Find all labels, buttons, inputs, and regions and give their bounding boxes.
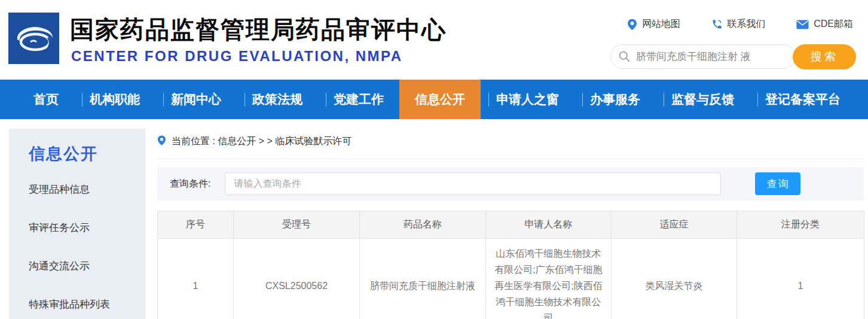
mail-icon bbox=[796, 20, 809, 29]
query-bar: 查询条件: 查询 bbox=[157, 167, 864, 200]
site-search-button[interactable]: 搜索 bbox=[793, 44, 856, 69]
nav-item-applicant-window[interactable]: 申请人之窗 bbox=[481, 80, 574, 119]
search-bar: 搜索 bbox=[610, 44, 856, 69]
sidebar-item-review-tasks[interactable]: 审评任务公示 bbox=[29, 221, 145, 235]
sitemap-link[interactable]: 网站地图 bbox=[627, 18, 680, 31]
cell-applicant: 山东佰鸿干细胞生物技术有限公司;广东佰鸿干细胞再生医学有限公司;陕西佰鸿干细胞生… bbox=[486, 239, 612, 319]
header-applicant: 申请人名称 bbox=[486, 211, 612, 239]
site-title: 国家药品监督管理局药品审评中心 bbox=[70, 13, 447, 46]
sitemap-label: 网站地图 bbox=[642, 18, 680, 31]
cell-registration-class: 1 bbox=[737, 239, 864, 319]
nav-item-policies[interactable]: 政策法规 bbox=[237, 80, 318, 119]
sidebar: 信息公开 受理品种信息 审评任务公示 沟通交流公示 特殊审批品种列表 bbox=[9, 129, 145, 319]
sidebar-title: 信息公开 bbox=[29, 143, 145, 165]
query-label: 查询条件: bbox=[170, 178, 210, 190]
cde-logo bbox=[8, 13, 59, 64]
query-condition-input[interactable] bbox=[225, 172, 721, 195]
cell-drug-name: 脐带间充质干细胞注射液 bbox=[360, 239, 486, 319]
cell-acceptance-no: CXSL2500562 bbox=[234, 239, 360, 319]
top-links: 网站地图 联系我们 CDE邮箱 bbox=[610, 18, 861, 31]
logo-swirl-icon bbox=[13, 19, 56, 57]
results-table: 序号 受理号 药品名称 申请人名称 适应症 注册分类 1 CXSL2500562… bbox=[157, 211, 864, 319]
nav-item-functions[interactable]: 机构职能 bbox=[74, 80, 155, 119]
site-subtitle: CENTER FOR DRUG EVALUATION, NMPA bbox=[71, 48, 403, 65]
main-content: 当前位置 : 信息公开 > > 临床试验默示许可 查询条件: 查询 序号 受理号… bbox=[157, 135, 864, 319]
sidebar-item-communication[interactable]: 沟通交流公示 bbox=[29, 259, 145, 273]
nav-item-services[interactable]: 办事服务 bbox=[574, 80, 656, 119]
nav-item-registration-platform[interactable]: 登记备案平台 bbox=[750, 80, 856, 119]
table-header-row: 序号 受理号 药品名称 申请人名称 适应症 注册分类 bbox=[158, 211, 864, 239]
nav-item-home[interactable]: 首页 bbox=[18, 80, 74, 119]
cell-serial: 1 bbox=[158, 239, 234, 319]
nav-item-supervision[interactable]: 监督与反馈 bbox=[656, 80, 750, 119]
nav-list: 首页 机构职能 新闻中心 政策法规 党建工作 信息公开 申请人之窗 办事服务 监… bbox=[0, 80, 868, 119]
contact-label: 联系我们 bbox=[728, 18, 766, 31]
cell-indication: 类风湿关节炎 bbox=[612, 239, 737, 319]
site-header: 国家药品监督管理局药品审评中心 CENTER FOR DRUG EVALUATI… bbox=[0, 0, 868, 80]
search-icon bbox=[618, 50, 631, 65]
nav-item-news[interactable]: 新闻中心 bbox=[155, 80, 237, 119]
table-row: 1 CXSL2500562 脐带间充质干细胞注射液 山东佰鸿干细胞生物技术有限公… bbox=[158, 239, 864, 319]
mailbox-link[interactable]: CDE邮箱 bbox=[796, 18, 853, 31]
location-pin-icon bbox=[157, 135, 166, 148]
sidebar-item-special-approval[interactable]: 特殊审批品种列表 bbox=[29, 297, 145, 311]
mailbox-label: CDE邮箱 bbox=[814, 18, 853, 31]
header-drug-name: 药品名称 bbox=[360, 211, 486, 239]
site-search-input[interactable] bbox=[610, 44, 796, 69]
header-registration-class: 注册分类 bbox=[737, 211, 864, 239]
header-indication: 适应症 bbox=[612, 211, 737, 239]
phone-icon bbox=[711, 19, 723, 30]
contact-link[interactable]: 联系我们 bbox=[711, 18, 766, 31]
location-pin-icon bbox=[627, 19, 637, 31]
sidebar-item-accepted-varieties[interactable]: 受理品种信息 bbox=[29, 183, 145, 196]
breadcrumb-text: 当前位置 : 信息公开 > > 临床试验默示许可 bbox=[172, 135, 352, 148]
query-button[interactable]: 查询 bbox=[755, 172, 800, 195]
main-nav: 首页 机构职能 新闻中心 政策法规 党建工作 信息公开 申请人之窗 办事服务 监… bbox=[0, 80, 868, 119]
header-acceptance-no: 受理号 bbox=[234, 211, 360, 239]
nav-item-info-disclosure[interactable]: 信息公开 bbox=[399, 80, 481, 119]
breadcrumb: 当前位置 : 信息公开 > > 临床试验默示许可 bbox=[157, 135, 864, 159]
header-serial: 序号 bbox=[158, 211, 234, 239]
header-right: 网站地图 联系我们 CDE邮箱 搜索 bbox=[610, 18, 861, 69]
nav-item-party[interactable]: 党建工作 bbox=[318, 80, 399, 119]
